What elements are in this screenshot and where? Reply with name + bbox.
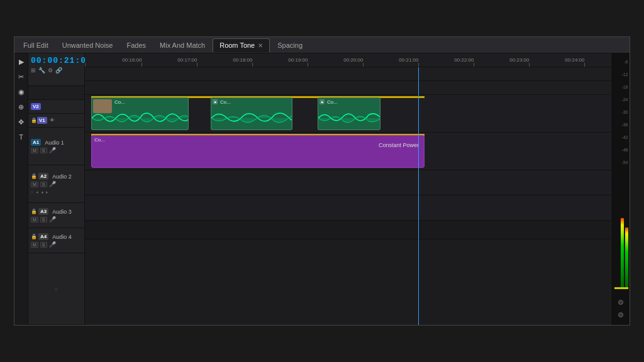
lock-icon-a3[interactable]: 🔒 bbox=[31, 209, 37, 215]
lock-icon-a2[interactable]: 🔒 bbox=[31, 173, 37, 180]
tab-fades[interactable]: Fades bbox=[120, 38, 152, 52]
v1-lane bbox=[85, 81, 611, 95]
track-header-a1: A1 Audio 1 M S 🎤 bbox=[28, 128, 84, 165]
a2-extra-2[interactable]: ◂ bbox=[36, 190, 38, 195]
green-clip-3[interactable]: ■ Co... bbox=[318, 97, 380, 130]
a4-solo[interactable]: S bbox=[40, 242, 47, 248]
a1-sync-row: A1 Audio 1 bbox=[31, 139, 64, 146]
a3-label: Audio 3 bbox=[52, 209, 72, 215]
a1-badge: A1 bbox=[31, 139, 41, 146]
a3-badge: A3 bbox=[38, 208, 48, 215]
a3-lane bbox=[85, 170, 611, 195]
track-header-v1: 🔒 V1 👁 bbox=[28, 114, 84, 128]
ruler-label-10: 00:24:00 bbox=[565, 57, 584, 63]
a2-mic[interactable]: 🎤 bbox=[49, 181, 56, 187]
bottom-header-spacer: ○ bbox=[28, 253, 84, 325]
settings-icon[interactable]: ⚙ bbox=[48, 67, 53, 74]
lock-icon-v1[interactable]: 🔒 bbox=[31, 118, 37, 124]
a2-extra-4[interactable]: ▸ bbox=[46, 190, 48, 195]
a2-sync-row: 🔒 A2 Audio 2 bbox=[31, 173, 72, 180]
header-controls: 00:00:21:08 ⊞ 🔧 ⚙ 🔗 bbox=[28, 53, 84, 86]
a2-extra-1[interactable]: ○ bbox=[31, 190, 33, 195]
meter-scale: -6 -12 -18 -24 -30 -36 -42 -48 -54 bbox=[612, 57, 630, 325]
tracks-area: Co... ■ Co... bbox=[85, 67, 611, 325]
tab-spacing[interactable]: Spacing bbox=[271, 38, 309, 52]
v1-eye[interactable]: 👁 bbox=[50, 118, 55, 123]
meter-label-54: -54 bbox=[621, 160, 628, 165]
track-header-a4: 🔒 A4 Audio 4 M S 🎤 bbox=[28, 228, 84, 253]
tab-full-edit[interactable]: Full Edit bbox=[17, 38, 55, 52]
select-tool[interactable]: ▶ bbox=[16, 56, 27, 67]
a4-mute[interactable]: M bbox=[31, 242, 38, 248]
meter-label-30: -30 bbox=[621, 110, 628, 114]
meter-knob-1[interactable] bbox=[618, 300, 623, 305]
meter-bar-right bbox=[625, 228, 628, 287]
timeline-main: ▶ ✂ ◉ ⊕ ✥ T 00:00:21:08 ⊞ 🔧 ⚙ 🔗 bbox=[14, 53, 630, 325]
tab-room-tone[interactable]: Room Tone ✕ bbox=[213, 38, 270, 52]
fader-indicator[interactable] bbox=[614, 287, 628, 289]
ruler: :15:00 00:16:00 00:17:00 00:18:00 00:19:… bbox=[85, 53, 611, 67]
a1-solo[interactable]: S bbox=[40, 148, 47, 153]
track-header-v2: V2 bbox=[28, 100, 84, 114]
a3-mic[interactable]: 🎤 bbox=[49, 216, 56, 222]
ruler-label-4: 00:18:00 bbox=[233, 57, 252, 63]
meter-label-24: -24 bbox=[621, 97, 628, 102]
meter-knob-2[interactable] bbox=[618, 312, 623, 317]
wrench-icon[interactable]: 🔧 bbox=[38, 67, 45, 74]
a3-controls: M S 🎤 bbox=[31, 216, 56, 222]
a4-lane bbox=[85, 195, 611, 221]
clip-icon-2: ■ bbox=[213, 99, 218, 104]
header-icons: ⊞ 🔧 ⚙ 🔗 bbox=[31, 67, 82, 74]
close-tab-button[interactable]: ✕ bbox=[258, 42, 263, 49]
waveform-3 bbox=[318, 107, 380, 129]
a1-mute[interactable]: M bbox=[31, 148, 38, 153]
meter-label-12: -12 bbox=[621, 72, 628, 77]
ruler-label-9: 00:23:00 bbox=[509, 57, 529, 63]
a1-mic[interactable]: 🎤 bbox=[49, 147, 56, 153]
razor-tool[interactable]: ✂ bbox=[16, 71, 27, 82]
hand-tool[interactable]: ✥ bbox=[16, 116, 27, 128]
a2-controls: M S 🎤 bbox=[31, 181, 56, 187]
green-clip-2-label: Co... bbox=[220, 99, 231, 105]
link-icon[interactable]: 🔗 bbox=[55, 67, 62, 74]
green-clip-1[interactable]: Co... bbox=[91, 97, 189, 130]
ruler-label-3: 00:17:00 bbox=[177, 57, 197, 63]
track-select-tool[interactable]: ◉ bbox=[16, 86, 27, 97]
green-clip-2[interactable]: ■ Co... bbox=[211, 97, 292, 130]
a4-sync-row: 🔒 A4 Audio 4 bbox=[31, 233, 72, 240]
meter-label-42: -42 bbox=[621, 135, 628, 140]
waveform-1 bbox=[92, 107, 189, 129]
a2-mute[interactable]: M bbox=[31, 182, 38, 187]
tab-mix-and-match[interactable]: Mix And Match bbox=[153, 38, 211, 52]
clip-icon-3: ■ bbox=[319, 99, 325, 104]
a1-lane: Co... ■ Co... bbox=[85, 95, 611, 133]
app-container: Full Edit Unwanted Noise Fades Mix And M… bbox=[14, 36, 630, 326]
constant-power-label: Constant Power bbox=[379, 142, 419, 148]
ruler-label-8: 00:22:00 bbox=[454, 57, 474, 63]
zoom-tool[interactable]: ⊕ bbox=[16, 101, 27, 112]
a2-extra-3[interactable]: ● bbox=[41, 190, 43, 195]
magnet-icon[interactable]: ⊞ bbox=[31, 67, 36, 74]
a4-controls: M S 🎤 bbox=[31, 241, 56, 248]
ruler-label-1: :15:00 bbox=[85, 57, 86, 63]
ruler-label-2: 00:16:00 bbox=[122, 57, 142, 63]
a4-mic[interactable]: 🎤 bbox=[49, 241, 56, 248]
text-tool[interactable]: T bbox=[16, 131, 27, 143]
a3-mute[interactable]: M bbox=[31, 217, 38, 222]
timecode-display: 00:00:21:08 bbox=[31, 56, 82, 65]
purple-clip[interactable]: Co... Constant Power bbox=[91, 135, 425, 168]
tab-unwanted-noise[interactable]: Unwanted Noise bbox=[56, 38, 119, 52]
a4-label: Audio 4 bbox=[52, 234, 72, 240]
playhead[interactable] bbox=[418, 67, 419, 325]
v1-badge: V1 bbox=[37, 117, 47, 124]
a2-badge: A2 bbox=[38, 173, 48, 180]
tools-panel: ▶ ✂ ◉ ⊕ ✥ T bbox=[14, 53, 28, 325]
lock-icon-a4[interactable]: 🔒 bbox=[31, 234, 37, 240]
a3-solo[interactable]: S bbox=[40, 217, 47, 222]
a2-label: Audio 2 bbox=[52, 173, 72, 180]
purple-clip-label: Co... bbox=[94, 137, 105, 143]
ruler-marks: :15:00 00:16:00 00:17:00 00:18:00 00:19:… bbox=[85, 53, 611, 67]
bottom-circle: ○ bbox=[55, 286, 58, 292]
a2-solo[interactable]: S bbox=[40, 182, 47, 187]
tab-bar: Full Edit Unwanted Noise Fades Mix And M… bbox=[14, 37, 630, 53]
